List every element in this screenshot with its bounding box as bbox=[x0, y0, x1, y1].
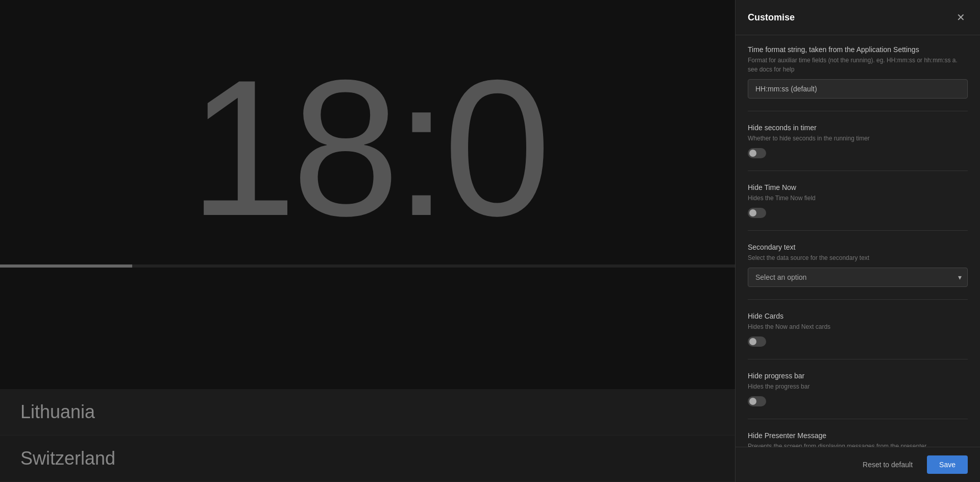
hide-cards-slider bbox=[748, 336, 766, 347]
setting-hide-time-now-desc: Hides the Time Now field bbox=[748, 194, 968, 203]
panel-title: Customise bbox=[748, 12, 795, 23]
setting-hide-progress-bar: Hide progress bar Hides the progress bar bbox=[748, 372, 968, 406]
divider-3 bbox=[748, 230, 968, 231]
hide-seconds-toggle[interactable] bbox=[748, 148, 766, 158]
setting-secondary-text-desc: Select the data source for the secondary… bbox=[748, 253, 968, 262]
timer-display: 18:0 bbox=[0, 41, 735, 245]
panel-body: Time format string, taken from the Appli… bbox=[736, 35, 980, 447]
main-content: 18:0 Lithuania Switzerland bbox=[0, 0, 735, 482]
divider-5 bbox=[748, 359, 968, 359]
panel-footer: Reset to default Save bbox=[736, 447, 980, 482]
hide-time-now-toggle[interactable] bbox=[748, 208, 766, 218]
hide-time-now-slider bbox=[748, 208, 766, 218]
close-icon: ✕ bbox=[957, 11, 965, 23]
card-label-1: Switzerland bbox=[20, 448, 115, 469]
setting-hide-seconds-desc: Whether to hide seconds in the running t… bbox=[748, 134, 968, 143]
setting-hide-presenter-message-label: Hide Presenter Message bbox=[748, 431, 968, 440]
divider-6 bbox=[748, 419, 968, 419]
secondary-text-select-wrapper: Select an option ▾ bbox=[748, 268, 968, 287]
setting-time-format: Time format string, taken from the Appli… bbox=[748, 45, 968, 99]
hide-seconds-slider bbox=[748, 148, 766, 158]
setting-hide-presenter-message-desc: Prevents the screen from displaying mess… bbox=[748, 442, 968, 447]
divider-2 bbox=[748, 171, 968, 171]
reset-label: Reset to default bbox=[863, 461, 913, 469]
card-item-0: Lithuania bbox=[0, 389, 735, 436]
panel-header: Customise ✕ bbox=[736, 0, 980, 35]
reset-button[interactable]: Reset to default bbox=[854, 455, 921, 474]
save-button[interactable]: Save bbox=[927, 455, 968, 474]
hide-progress-bar-toggle-wrapper bbox=[748, 396, 968, 406]
setting-secondary-text-label: Secondary text bbox=[748, 243, 968, 251]
setting-hide-seconds-label: Hide seconds in timer bbox=[748, 124, 968, 132]
setting-hide-time-now-label: Hide Time Now bbox=[748, 183, 968, 191]
hide-cards-toggle[interactable] bbox=[748, 336, 766, 347]
setting-hide-presenter-message: Hide Presenter Message Prevents the scre… bbox=[748, 431, 968, 447]
hide-progress-bar-toggle[interactable] bbox=[748, 396, 766, 406]
secondary-text-select[interactable]: Select an option bbox=[748, 268, 968, 287]
close-button[interactable]: ✕ bbox=[953, 10, 968, 25]
setting-time-format-label: Time format string, taken from the Appli… bbox=[748, 45, 968, 54]
progress-bar-container bbox=[0, 264, 735, 268]
progress-bar-fill bbox=[0, 264, 132, 268]
setting-hide-time-now: Hide Time Now Hides the Time Now field bbox=[748, 183, 968, 218]
customise-panel: Customise ✕ Time format string, taken fr… bbox=[735, 0, 980, 482]
divider-1 bbox=[748, 111, 968, 111]
setting-secondary-text: Secondary text Select the data source fo… bbox=[748, 243, 968, 287]
hide-progress-bar-slider bbox=[748, 396, 766, 406]
hide-time-now-toggle-wrapper bbox=[748, 208, 968, 218]
timer-value: 18:0 bbox=[189, 39, 546, 256]
setting-hide-cards-desc: Hides the Now and Next cards bbox=[748, 322, 968, 331]
setting-hide-progress-bar-label: Hide progress bar bbox=[748, 372, 968, 380]
card-item-1: Switzerland bbox=[0, 436, 735, 482]
hide-cards-toggle-wrapper bbox=[748, 336, 968, 347]
setting-hide-seconds: Hide seconds in timer Whether to hide se… bbox=[748, 124, 968, 158]
setting-hide-cards: Hide Cards Hides the Now and Next cards bbox=[748, 312, 968, 347]
time-format-input[interactable] bbox=[748, 79, 968, 99]
save-label: Save bbox=[939, 461, 955, 469]
hide-seconds-toggle-wrapper bbox=[748, 148, 968, 158]
card-list: Lithuania Switzerland bbox=[0, 389, 735, 482]
setting-time-format-desc: Format for auxiliar time fields (not the… bbox=[748, 56, 968, 74]
setting-hide-cards-label: Hide Cards bbox=[748, 312, 968, 320]
setting-hide-progress-bar-desc: Hides the progress bar bbox=[748, 382, 968, 391]
card-label-0: Lithuania bbox=[20, 401, 95, 422]
divider-4 bbox=[748, 299, 968, 300]
